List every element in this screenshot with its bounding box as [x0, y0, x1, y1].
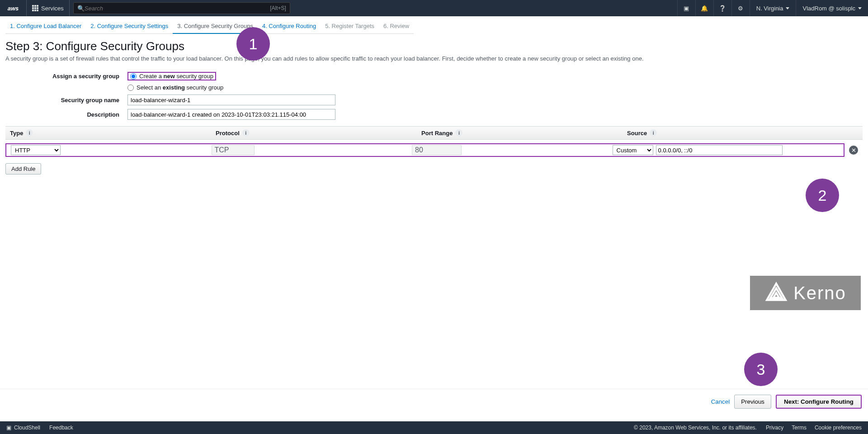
- settings-gear-icon[interactable]: ⚙: [731, 0, 750, 16]
- region-label: N. Virginia: [756, 5, 783, 12]
- services-menu[interactable]: Services: [26, 0, 70, 16]
- notifications-icon[interactable]: 🔔: [695, 0, 713, 16]
- step-5[interactable]: 5. Register Targets: [321, 21, 379, 34]
- annotation-1: 1: [236, 27, 270, 61]
- next-button[interactable]: Next: Configure Routing: [776, 395, 862, 409]
- global-search[interactable]: 🔍 [Alt+S]: [73, 2, 290, 14]
- col-source: Source: [627, 130, 647, 137]
- add-rule-button[interactable]: Add Rule: [5, 163, 41, 175]
- rules-header: Typei Protocoli Port Rangei Sourcei: [5, 126, 863, 140]
- chevron-down-icon: [786, 7, 789, 9]
- annotation-3: 3: [744, 353, 778, 386]
- cloudshell-link[interactable]: ▣CloudShell: [6, 425, 40, 431]
- feedback-link[interactable]: Feedback: [49, 425, 73, 431]
- rule-port: 80: [412, 145, 462, 155]
- kerno-watermark: Kerno: [750, 276, 861, 310]
- sg-desc-label: Description: [5, 111, 127, 118]
- step-1[interactable]: 1. Configure Load Balancer: [5, 21, 86, 34]
- col-port: Port Range: [421, 130, 453, 137]
- previous-button[interactable]: Previous: [734, 395, 771, 409]
- cloudshell-icon: ▣: [6, 425, 11, 431]
- step-2[interactable]: 2. Configure Security Settings: [86, 21, 173, 34]
- info-icon[interactable]: i: [26, 129, 33, 137]
- console-footer: ▣CloudShell Feedback © 2023, Amazon Web …: [0, 421, 868, 434]
- rule-source-select[interactable]: Custom: [613, 145, 653, 155]
- search-icon: 🔍: [77, 5, 85, 12]
- rules-table: Typei Protocoli Port Rangei Sourcei HTTP…: [5, 126, 863, 175]
- privacy-link[interactable]: Privacy: [766, 425, 783, 431]
- cancel-button[interactable]: Cancel: [711, 395, 730, 409]
- search-input[interactable]: [85, 5, 270, 12]
- account-menu[interactable]: VladRom @ solisplc: [796, 0, 868, 16]
- page-title: Step 3: Configure Security Groups: [5, 39, 863, 53]
- grid-icon: [32, 5, 38, 11]
- user-label: VladRom @ solisplc: [802, 5, 855, 12]
- assign-sg-label: Assign a security group: [5, 73, 127, 80]
- search-shortcut: [Alt+S]: [270, 5, 286, 11]
- info-icon[interactable]: i: [650, 129, 657, 137]
- services-label: Services: [41, 5, 64, 12]
- rule-protocol: TCP: [212, 145, 255, 155]
- rule-row-wrap: HTTP TCP 80 Custom ✕: [5, 140, 863, 160]
- wizard-steps: 1. Configure Load Balancer 2. Configure …: [0, 16, 868, 34]
- col-type: Type: [10, 130, 23, 137]
- kerno-text: Kerno: [793, 283, 846, 303]
- step-6[interactable]: 6. Review: [379, 21, 414, 34]
- rule-cidr-input[interactable]: [656, 145, 783, 155]
- aws-logo[interactable]: aws: [0, 5, 26, 12]
- global-nav: aws Services 🔍 [Alt+S] ▣ 🔔 ❔ ⚙ N. Virgin…: [0, 0, 868, 16]
- sg-name-label: Security group name: [5, 97, 127, 104]
- main-content: Step 3: Configure Security Groups A secu…: [0, 34, 868, 175]
- highlight-rule-row: HTTP TCP 80 Custom: [5, 143, 844, 157]
- kerno-logo-icon: [764, 281, 788, 305]
- region-selector[interactable]: N. Virginia: [750, 0, 796, 16]
- step-4[interactable]: 4. Configure Routing: [258, 21, 321, 34]
- info-icon[interactable]: i: [455, 129, 462, 137]
- sg-desc-input[interactable]: [127, 109, 335, 120]
- radio-create-new-input[interactable]: [130, 73, 137, 80]
- radio-select-existing-input[interactable]: [127, 85, 134, 91]
- copyright: © 2023, Amazon Web Services, Inc. or its…: [634, 425, 757, 431]
- rule-type-select[interactable]: HTTP: [11, 145, 61, 155]
- help-icon[interactable]: ❔: [713, 0, 731, 16]
- remove-rule-icon[interactable]: ✕: [849, 146, 858, 155]
- cookies-link[interactable]: Cookie preferences: [815, 425, 862, 431]
- chevron-down-icon: [858, 7, 862, 9]
- wizard-footer: Cancel Previous Next: Configure Routing: [0, 389, 868, 414]
- cloudshell-icon[interactable]: ▣: [677, 0, 695, 16]
- highlight-create-new: Create a new security group: [127, 72, 216, 80]
- page-description: A security group is a set of firewall ru…: [5, 55, 863, 62]
- col-protocol: Protocol: [216, 130, 240, 137]
- radio-create-new[interactable]: Create a new security group: [130, 73, 213, 80]
- info-icon[interactable]: i: [242, 129, 250, 137]
- sg-name-input[interactable]: [127, 94, 335, 105]
- annotation-2: 2: [806, 179, 839, 212]
- radio-select-existing[interactable]: Select an existing security group: [127, 84, 223, 91]
- terms-link[interactable]: Terms: [792, 425, 807, 431]
